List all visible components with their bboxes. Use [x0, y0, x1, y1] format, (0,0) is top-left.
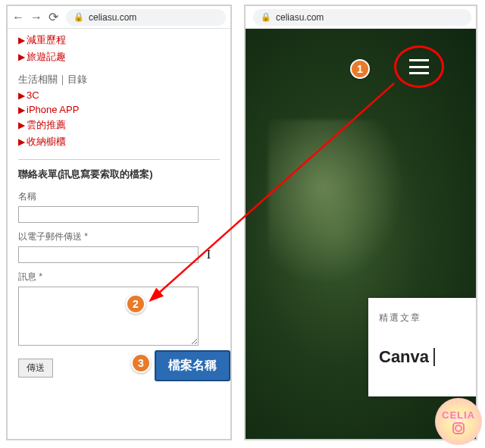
watermark-logo: CELIA — [435, 398, 482, 445]
address-bar[interactable]: 🔒 celiasu.com — [253, 9, 471, 26]
section-b-title: 生活相關｜目錄 — [18, 73, 220, 86]
lock-icon: 🔒 — [74, 12, 84, 22]
list-item[interactable]: ▶減重歷程 — [18, 32, 220, 49]
annotation-badge-1: 1 — [350, 59, 370, 79]
address-text: celiasu.com — [276, 12, 324, 23]
logo-text: CELIA — [442, 409, 475, 421]
right-page-content: 精選文章 Canva — [246, 29, 476, 439]
lock-icon: 🔒 — [261, 12, 271, 22]
browser-toolbar: ← → ⟳ 🔒 celiasu.com — [8, 6, 230, 29]
hamburger-menu-icon[interactable] — [409, 59, 429, 74]
featured-card: 精選文章 Canva — [368, 298, 476, 396]
link-list-b: ▶3C ▶iPhone APP ▶雲的推薦 ▶收納櫥櫃 — [18, 88, 220, 150]
list-item[interactable]: ▶雲的推薦 — [18, 117, 220, 133]
caret-icon: ▶ — [18, 105, 25, 115]
caret-icon: ▶ — [18, 52, 25, 62]
caret-icon: ▶ — [18, 120, 25, 130]
caret-icon: ▶ — [18, 136, 25, 147]
card-title: Canva — [379, 347, 429, 367]
link-list-a: ▶減重歷程 ▶旅遊記趣 — [18, 32, 220, 65]
list-item[interactable]: ▶iPhone APP — [18, 102, 220, 117]
list-item[interactable]: ▶3C — [18, 88, 220, 102]
caret-icon: ▶ — [18, 35, 25, 45]
reload-icon[interactable]: ⟳ — [48, 10, 58, 24]
email-input[interactable] — [18, 246, 199, 263]
caret-icon: ▶ — [18, 90, 25, 101]
nav-controls: ← → ⟳ — [12, 10, 58, 24]
form-title: 聯絡表單(訊息寫要索取的檔案) — [18, 168, 220, 181]
card-body: Canva — [379, 347, 465, 367]
typing-cursor-icon — [433, 348, 435, 366]
forward-icon[interactable]: → — [30, 11, 42, 24]
annotation-callout: 檔案名稱 — [155, 350, 230, 381]
annotation-badge-2: 2 — [126, 294, 146, 314]
card-heading: 精選文章 — [379, 312, 465, 324]
email-label: 以電子郵件傳送 * — [18, 230, 220, 243]
text-cursor-icon: I — [207, 248, 211, 262]
list-item[interactable]: ▶收納櫥櫃 — [18, 133, 220, 150]
address-text: celiasu.com — [89, 12, 136, 23]
message-label: 訊息 * — [18, 271, 220, 284]
left-page-content: ▶減重歷程 ▶旅遊記趣 生活相關｜目錄 ▶3C ▶iPhone APP ▶雲的推… — [8, 29, 230, 388]
instagram-icon — [452, 422, 465, 434]
address-bar[interactable]: 🔒 celiasu.com — [66, 9, 226, 26]
annotation-badge-3: 3 — [131, 353, 151, 373]
name-input[interactable] — [18, 206, 199, 223]
divider — [18, 159, 220, 160]
list-item[interactable]: ▶旅遊記趣 — [18, 49, 220, 65]
submit-button[interactable]: 傳送 — [18, 359, 53, 378]
back-icon[interactable]: ← — [12, 11, 24, 24]
browser-toolbar: 🔒 celiasu.com — [246, 6, 476, 29]
name-label: 名稱 — [18, 190, 220, 203]
message-textarea[interactable] — [18, 287, 199, 346]
